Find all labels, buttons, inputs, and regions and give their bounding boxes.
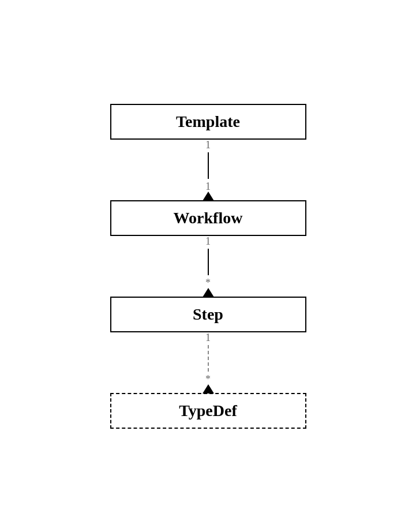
workflow-box: Workflow [110,200,306,236]
multiplicity-template-bottom: 1 [205,181,211,192]
step-box: Step [110,297,306,332]
line-dashed [208,345,209,372]
uml-diagram: Template 1 1 Workflow 1 * Step 1 * [93,104,324,429]
multiplicity-step-top: 1 [205,332,211,343]
arrowhead-step-typedef [203,384,214,394]
step-label: Step [193,305,223,324]
workflow-label: Workflow [174,209,243,227]
arrowhead-workflow-step [203,288,214,297]
template-box: Template [110,104,306,140]
typedef-label: TypeDef [179,402,237,420]
connector-workflow-step: 1 * [205,236,211,288]
template-label: Template [176,113,240,131]
multiplicity-step-bottom: * [205,374,211,384]
connector-template-workflow: 1 1 [205,140,211,192]
multiplicity-workflow-bottom: * [205,278,211,288]
line-solid-lower [208,249,209,275]
multiplicity-template-top: 1 [205,140,211,150]
connector-step-typedef: 1 * [205,332,211,384]
multiplicity-workflow-top: 1 [205,236,211,246]
typedef-box: TypeDef [110,393,306,429]
line-solid-upper [208,152,209,179]
arrowhead-template-workflow [203,192,214,201]
